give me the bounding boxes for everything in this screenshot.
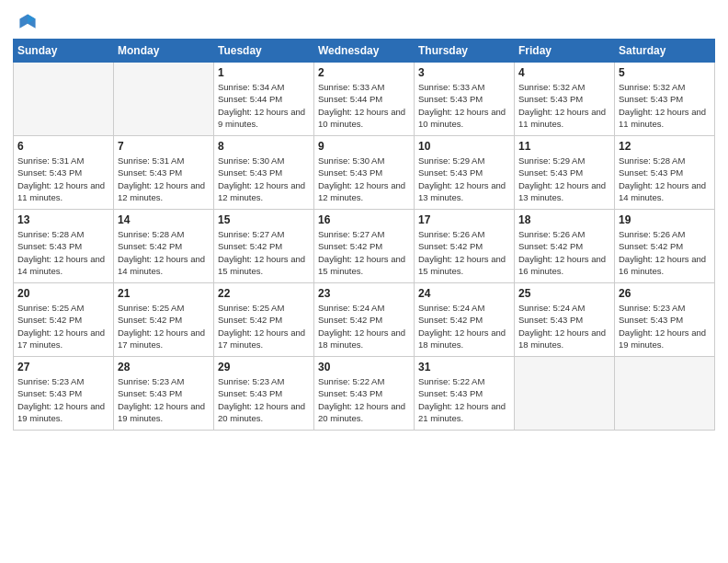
day-info: Sunrise: 5:30 AM Sunset: 5:43 PM Dayligh…	[318, 155, 410, 203]
day-info: Sunrise: 5:30 AM Sunset: 5:43 PM Dayligh…	[218, 155, 310, 203]
calendar-day-cell: 14Sunrise: 5:28 AM Sunset: 5:42 PM Dayli…	[114, 210, 214, 283]
day-number: 27	[17, 361, 109, 373]
day-info: Sunrise: 5:33 AM Sunset: 5:43 PM Dayligh…	[418, 81, 510, 130]
day-number: 15	[218, 213, 310, 226]
calendar-day-cell: 23Sunrise: 5:24 AM Sunset: 5:42 PM Dayli…	[314, 283, 415, 357]
day-number: 1	[218, 66, 310, 79]
calendar-day-cell	[515, 357, 615, 431]
header	[0, 0, 728, 39]
day-info: Sunrise: 5:27 AM Sunset: 5:42 PM Dayligh…	[218, 228, 310, 277]
generalblue-logo-icon	[17, 11, 39, 33]
day-number: 13	[17, 213, 109, 226]
calendar-week-row: 6Sunrise: 5:31 AM Sunset: 5:43 PM Daylig…	[14, 136, 715, 210]
day-info: Sunrise: 5:24 AM Sunset: 5:42 PM Dayligh…	[318, 302, 410, 350]
day-number: 5	[619, 66, 711, 79]
calendar-day-cell: 17Sunrise: 5:26 AM Sunset: 5:42 PM Dayli…	[415, 210, 515, 283]
calendar-day-cell	[14, 63, 114, 136]
day-number: 8	[218, 140, 310, 153]
day-info: Sunrise: 5:22 AM Sunset: 5:43 PM Dayligh…	[418, 375, 510, 424]
day-info: Sunrise: 5:26 AM Sunset: 5:42 PM Dayligh…	[619, 228, 711, 277]
calendar-day-cell: 7Sunrise: 5:31 AM Sunset: 5:43 PM Daylig…	[114, 136, 214, 210]
day-info: Sunrise: 5:25 AM Sunset: 5:42 PM Dayligh…	[218, 302, 310, 350]
calendar-day-cell: 10Sunrise: 5:29 AM Sunset: 5:43 PM Dayli…	[415, 136, 515, 210]
day-info: Sunrise: 5:23 AM Sunset: 5:43 PM Dayligh…	[218, 375, 310, 424]
calendar-day-cell: 9Sunrise: 5:30 AM Sunset: 5:43 PM Daylig…	[314, 136, 415, 210]
day-info: Sunrise: 5:32 AM Sunset: 5:43 PM Dayligh…	[619, 81, 711, 130]
calendar-day-cell: 16Sunrise: 5:27 AM Sunset: 5:42 PM Dayli…	[314, 210, 415, 283]
calendar-day-cell: 4Sunrise: 5:32 AM Sunset: 5:43 PM Daylig…	[515, 63, 615, 136]
day-info: Sunrise: 5:23 AM Sunset: 5:43 PM Dayligh…	[118, 375, 210, 424]
calendar-day-cell: 22Sunrise: 5:25 AM Sunset: 5:42 PM Dayli…	[214, 283, 314, 357]
day-info: Sunrise: 5:31 AM Sunset: 5:43 PM Dayligh…	[118, 155, 210, 203]
day-number: 17	[418, 213, 510, 226]
day-number: 18	[518, 213, 610, 226]
day-info: Sunrise: 5:28 AM Sunset: 5:43 PM Dayligh…	[619, 155, 711, 203]
calendar-day-header: Tuesday	[214, 40, 314, 63]
day-info: Sunrise: 5:22 AM Sunset: 5:43 PM Dayligh…	[318, 375, 410, 424]
calendar-day-cell: 28Sunrise: 5:23 AM Sunset: 5:43 PM Dayli…	[114, 357, 214, 431]
day-info: Sunrise: 5:24 AM Sunset: 5:42 PM Dayligh…	[418, 302, 510, 350]
calendar-day-cell: 3Sunrise: 5:33 AM Sunset: 5:43 PM Daylig…	[415, 63, 515, 136]
day-info: Sunrise: 5:28 AM Sunset: 5:42 PM Dayligh…	[118, 228, 210, 277]
calendar-day-header: Saturday	[615, 40, 715, 63]
day-number: 26	[619, 287, 711, 300]
day-info: Sunrise: 5:33 AM Sunset: 5:44 PM Dayligh…	[318, 81, 410, 130]
calendar-day-header: Friday	[515, 40, 615, 63]
day-number: 16	[318, 213, 410, 226]
day-info: Sunrise: 5:32 AM Sunset: 5:43 PM Dayligh…	[518, 81, 610, 130]
logo	[17, 11, 42, 33]
day-info: Sunrise: 5:29 AM Sunset: 5:43 PM Dayligh…	[518, 155, 610, 203]
calendar-day-cell: 31Sunrise: 5:22 AM Sunset: 5:43 PM Dayli…	[415, 357, 515, 431]
calendar-header-row: SundayMondayTuesdayWednesdayThursdayFrid…	[14, 40, 715, 63]
day-info: Sunrise: 5:34 AM Sunset: 5:44 PM Dayligh…	[218, 81, 310, 130]
day-number: 9	[318, 140, 410, 153]
day-info: Sunrise: 5:27 AM Sunset: 5:42 PM Dayligh…	[318, 228, 410, 277]
day-number: 14	[118, 213, 210, 226]
day-number: 2	[318, 66, 410, 79]
calendar-day-cell: 8Sunrise: 5:30 AM Sunset: 5:43 PM Daylig…	[214, 136, 314, 210]
day-number: 25	[518, 287, 610, 300]
calendar-week-row: 27Sunrise: 5:23 AM Sunset: 5:43 PM Dayli…	[14, 357, 715, 431]
calendar-day-cell: 15Sunrise: 5:27 AM Sunset: 5:42 PM Dayli…	[214, 210, 314, 283]
calendar-week-row: 1Sunrise: 5:34 AM Sunset: 5:44 PM Daylig…	[14, 63, 715, 136]
calendar-day-header: Wednesday	[314, 40, 415, 63]
day-info: Sunrise: 5:31 AM Sunset: 5:43 PM Dayligh…	[17, 155, 109, 203]
day-info: Sunrise: 5:26 AM Sunset: 5:42 PM Dayligh…	[418, 228, 510, 277]
day-number: 21	[118, 287, 210, 300]
day-number: 7	[118, 140, 210, 153]
day-number: 24	[418, 287, 510, 300]
calendar-day-cell: 30Sunrise: 5:22 AM Sunset: 5:43 PM Dayli…	[314, 357, 415, 431]
calendar-day-cell: 29Sunrise: 5:23 AM Sunset: 5:43 PM Dayli…	[214, 357, 314, 431]
calendar-day-header: Monday	[114, 40, 214, 63]
calendar-day-cell: 13Sunrise: 5:28 AM Sunset: 5:43 PM Dayli…	[14, 210, 114, 283]
day-info: Sunrise: 5:23 AM Sunset: 5:43 PM Dayligh…	[17, 375, 109, 424]
calendar-day-cell: 11Sunrise: 5:29 AM Sunset: 5:43 PM Dayli…	[515, 136, 615, 210]
day-info: Sunrise: 5:26 AM Sunset: 5:42 PM Dayligh…	[518, 228, 610, 277]
calendar-day-cell: 1Sunrise: 5:34 AM Sunset: 5:44 PM Daylig…	[214, 63, 314, 136]
calendar-day-cell: 24Sunrise: 5:24 AM Sunset: 5:42 PM Dayli…	[415, 283, 515, 357]
calendar-day-cell: 27Sunrise: 5:23 AM Sunset: 5:43 PM Dayli…	[14, 357, 114, 431]
calendar-day-cell: 18Sunrise: 5:26 AM Sunset: 5:42 PM Dayli…	[515, 210, 615, 283]
day-number: 4	[518, 66, 610, 79]
calendar-day-header: Thursday	[415, 40, 515, 63]
day-number: 11	[518, 140, 610, 153]
calendar-day-cell: 26Sunrise: 5:23 AM Sunset: 5:43 PM Dayli…	[615, 283, 715, 357]
day-info: Sunrise: 5:28 AM Sunset: 5:43 PM Dayligh…	[17, 228, 109, 277]
page: SundayMondayTuesdayWednesdayThursdayFrid…	[0, 0, 728, 563]
day-number: 31	[418, 361, 510, 373]
calendar-day-cell: 5Sunrise: 5:32 AM Sunset: 5:43 PM Daylig…	[615, 63, 715, 136]
day-info: Sunrise: 5:25 AM Sunset: 5:42 PM Dayligh…	[118, 302, 210, 350]
calendar-day-cell: 6Sunrise: 5:31 AM Sunset: 5:43 PM Daylig…	[14, 136, 114, 210]
calendar-day-cell	[114, 63, 214, 136]
day-info: Sunrise: 5:23 AM Sunset: 5:43 PM Dayligh…	[619, 302, 711, 350]
calendar-day-cell: 12Sunrise: 5:28 AM Sunset: 5:43 PM Dayli…	[615, 136, 715, 210]
day-number: 12	[619, 140, 711, 153]
calendar-week-row: 20Sunrise: 5:25 AM Sunset: 5:42 PM Dayli…	[14, 283, 715, 357]
day-number: 28	[118, 361, 210, 373]
day-number: 22	[218, 287, 310, 300]
calendar-day-cell: 20Sunrise: 5:25 AM Sunset: 5:42 PM Dayli…	[14, 283, 114, 357]
calendar-week-row: 13Sunrise: 5:28 AM Sunset: 5:43 PM Dayli…	[14, 210, 715, 283]
day-number: 30	[318, 361, 410, 373]
day-number: 23	[318, 287, 410, 300]
day-number: 29	[218, 361, 310, 373]
